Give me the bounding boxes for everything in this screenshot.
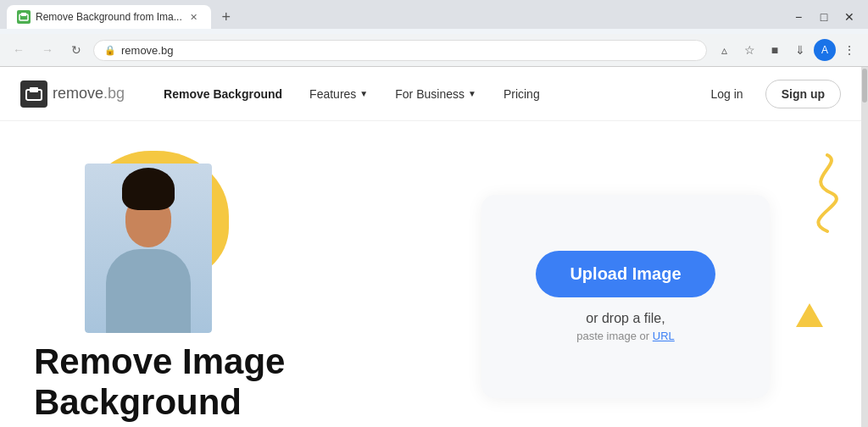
page-content: remove.bg Remove Background Features ▼ F… xyxy=(0,67,861,427)
maximize-button[interactable]: □ xyxy=(812,5,836,29)
drop-text: or drop a file, paste image or URL xyxy=(576,311,675,342)
nav-link-features[interactable]: Features ▼ xyxy=(298,80,380,108)
scrollbar-thumb[interactable] xyxy=(862,69,867,103)
browser-toolbar: ← → ↻ 🔒 remove.bg ▵ ☆ ■ ⇓ A ⋮ xyxy=(0,34,868,67)
logo[interactable]: remove.bg xyxy=(20,80,125,108)
tab-close-button[interactable]: ✕ xyxy=(187,10,201,24)
tab-title: Remove Background from Ima... xyxy=(36,11,182,23)
hero-right: Upload Image or drop a file, paste image… xyxy=(424,138,861,427)
new-tab-button[interactable]: + xyxy=(214,5,238,29)
triangle-decoration xyxy=(796,303,823,327)
nav-actions: Log in Sign up xyxy=(698,80,841,108)
bookmark-icon-button[interactable]: ☆ xyxy=(737,38,761,62)
scrollbar[interactable] xyxy=(861,67,868,427)
forward-button[interactable]: → xyxy=(36,38,59,62)
url-text: remove.bg xyxy=(121,44,173,57)
cast-icon-button[interactable]: ▵ xyxy=(712,38,736,62)
logo-text: remove.bg xyxy=(53,85,125,103)
browser-chrome: Remove Background from Ima... ✕ + − □ ✕ … xyxy=(0,0,868,67)
nav-links: Remove Background Features ▼ For Busines… xyxy=(152,80,697,108)
address-bar[interactable]: 🔒 remove.bg xyxy=(93,40,707,61)
hero-person-image xyxy=(85,164,212,333)
profile-avatar[interactable]: A xyxy=(814,39,836,61)
hero-text: Remove Image Background 100% Automatical… xyxy=(34,341,424,427)
login-button[interactable]: Log in xyxy=(698,80,757,108)
paste-text: paste image or xyxy=(576,330,649,342)
minimize-button[interactable]: − xyxy=(787,5,810,29)
features-chevron-icon: ▼ xyxy=(359,89,368,98)
squiggle-decoration xyxy=(785,151,840,239)
extensions-button[interactable]: ■ xyxy=(763,38,787,62)
nav-link-remove-background[interactable]: Remove Background xyxy=(152,80,294,108)
hero-left: Remove Image Background 100% Automatical… xyxy=(0,138,424,427)
upload-image-button[interactable]: Upload Image xyxy=(536,251,715,297)
hero-section: Remove Image Background 100% Automatical… xyxy=(0,121,861,427)
nav-link-for-business[interactable]: For Business ▼ xyxy=(383,80,488,108)
page-wrapper: remove.bg Remove Background Features ▼ F… xyxy=(0,67,868,427)
svg-rect-3 xyxy=(30,87,38,92)
svg-rect-1 xyxy=(21,13,26,16)
url-link[interactable]: URL xyxy=(653,330,675,342)
reload-button[interactable]: ↻ xyxy=(64,38,88,62)
signup-button[interactable]: Sign up xyxy=(765,80,841,108)
back-button[interactable]: ← xyxy=(7,38,31,62)
toolbar-actions: ▵ ☆ ■ ⇓ A ⋮ xyxy=(712,38,861,62)
lock-icon: 🔒 xyxy=(104,45,116,56)
download-button[interactable]: ⇓ xyxy=(788,38,812,62)
nav-link-pricing[interactable]: Pricing xyxy=(492,80,552,108)
navbar: remove.bg Remove Background Features ▼ F… xyxy=(0,67,861,121)
browser-tab[interactable]: Remove Background from Ima... ✕ xyxy=(7,5,211,29)
tab-favicon xyxy=(17,10,31,24)
hero-title: Remove Image Background xyxy=(34,341,424,424)
logo-icon xyxy=(20,80,47,108)
close-button[interactable]: ✕ xyxy=(837,5,861,29)
for-business-chevron-icon: ▼ xyxy=(468,89,476,98)
upload-card: Upload Image or drop a file, paste image… xyxy=(481,195,770,398)
menu-button[interactable]: ⋮ xyxy=(837,38,861,62)
